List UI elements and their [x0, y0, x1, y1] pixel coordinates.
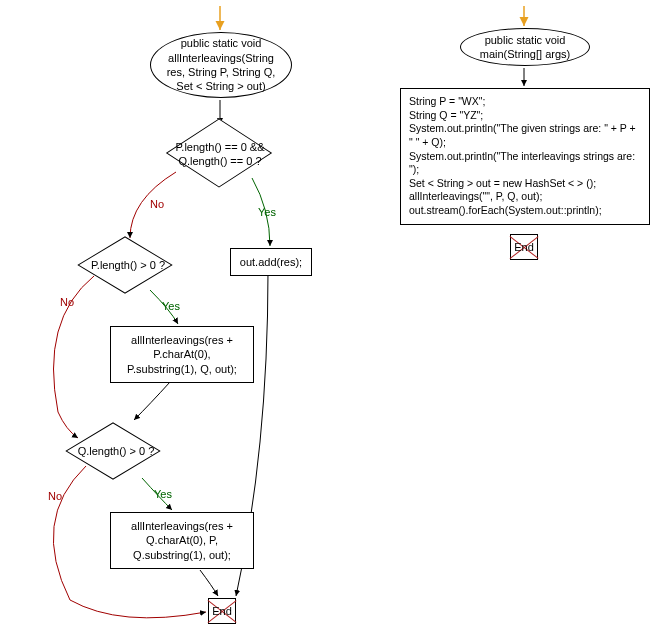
- decision-both-empty: P.length() == 0 && Q.length() == 0 ?: [160, 126, 280, 186]
- decision-p-len: P.length() > 0 ?: [70, 240, 190, 292]
- label-no: No: [60, 296, 74, 308]
- stmt-rec2: allInterleavings(res + Q.charAt(0), P, Q…: [110, 512, 254, 569]
- end-node-2: End: [510, 234, 538, 260]
- label-no: No: [48, 490, 62, 502]
- label-no: No: [150, 198, 164, 210]
- label-yes: Yes: [162, 300, 180, 312]
- main-body: String P = "WX"; String Q = "YZ"; System…: [400, 88, 650, 225]
- label-yes: Yes: [258, 206, 276, 218]
- stmt-out-add: out.add(res);: [230, 248, 312, 276]
- decision-q-len: Q.length() > 0 ?: [58, 426, 178, 478]
- label-yes: Yes: [154, 488, 172, 500]
- stmt-rec1: allInterleavings(res + P.charAt(0), P.su…: [110, 326, 254, 383]
- end-label: End: [514, 241, 534, 253]
- end-node-1: End: [208, 598, 236, 624]
- end-label: End: [212, 605, 232, 617]
- func2-signature: public static void main(String[] args): [460, 28, 590, 66]
- func1-signature: public static void allInterleavings(Stri…: [150, 32, 292, 98]
